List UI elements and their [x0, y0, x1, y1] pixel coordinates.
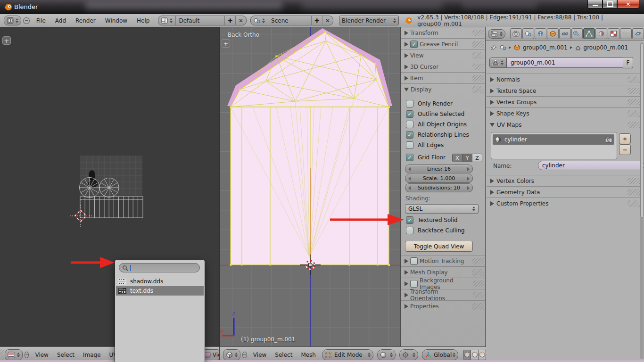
relationship-lines-checkbox[interactable]: ✓	[406, 131, 413, 139]
collapse-menus-icon[interactable]	[23, 17, 30, 24]
menu-select[interactable]: Select	[53, 352, 79, 358]
layout-browse-button[interactable]	[158, 16, 176, 25]
panel-drag-grip[interactable]	[472, 52, 484, 59]
pivot-point-dropdown[interactable]	[399, 349, 418, 361]
panel-drag-grip[interactable]	[472, 86, 484, 93]
tab-render[interactable]	[510, 28, 522, 39]
tab-texture[interactable]	[608, 28, 619, 39]
menu-image[interactable]: Image	[79, 352, 105, 358]
panel-drag-grip[interactable]	[472, 303, 484, 310]
add-uv-map-button[interactable]: ＋	[619, 133, 631, 144]
editor-type-selector[interactable]	[4, 16, 21, 25]
tab-object-data[interactable]	[583, 28, 595, 39]
collapse-menus-icon[interactable]	[242, 352, 247, 358]
grid-lines-slider[interactable]: Lines: 16	[405, 165, 473, 173]
render-camera-icon[interactable]	[605, 137, 612, 143]
remove-uv-map-button[interactable]: −	[619, 144, 631, 155]
outline-selected-checkbox[interactable]: ✓	[406, 110, 413, 118]
scene-browse-button[interactable]	[251, 16, 268, 25]
edge-select-toggle[interactable]	[471, 350, 479, 360]
editor-type-selector[interactable]	[223, 349, 240, 361]
menu-view[interactable]: View	[249, 352, 271, 358]
tab-scene[interactable]	[522, 28, 534, 39]
increment-arrow-icon[interactable]	[467, 167, 470, 171]
toggle-quad-view-button[interactable]: Toggle Quad View	[405, 241, 473, 252]
panel-drag-grip[interactable]	[472, 30, 484, 36]
panel-drag-grip[interactable]	[472, 64, 484, 70]
outline-selected-row[interactable]: ✓Outline Selected	[406, 110, 464, 118]
layout-delete-button[interactable]: ✕	[236, 16, 246, 25]
editor-type-selector[interactable]	[488, 29, 505, 39]
panel-motion-tracking[interactable]: Motion Tracking	[401, 255, 486, 267]
region-resize-grip[interactable]	[0, 349, 4, 361]
breadcrumb-object-name[interactable]: group00_m.001	[523, 44, 568, 51]
scene-icon[interactable]	[500, 44, 506, 50]
editor-type-selector[interactable]	[5, 349, 23, 361]
panel-3d-cursor[interactable]: 3D Cursor	[401, 61, 486, 73]
panel-drag-grip[interactable]	[472, 75, 484, 82]
expand-panel-plus-icon[interactable]: +	[222, 39, 230, 48]
layout-add-button[interactable]: ✚	[225, 16, 236, 25]
tab-constraints[interactable]	[559, 28, 571, 39]
panel-drag-grip[interactable]	[627, 110, 642, 117]
breadcrumb-data-name[interactable]: group00_m.001	[584, 44, 628, 51]
scene-name-field[interactable]: Scene	[268, 16, 312, 25]
panel-vertex-groups[interactable]: Vertex Groups	[487, 96, 644, 108]
pin-icon[interactable]	[490, 44, 497, 51]
minimize-button[interactable]	[587, 0, 603, 8]
textured-solid-checkbox[interactable]: ✓	[406, 216, 413, 224]
grid-scale-slider[interactable]: Scale: 1.000	[405, 174, 473, 183]
menu-window[interactable]: Window	[100, 17, 132, 24]
face-select-toggle[interactable]	[479, 350, 486, 360]
grid-floor-checkbox[interactable]: ✓	[406, 154, 413, 161]
all-edges-row[interactable]: All Edges	[406, 141, 444, 149]
tab-physics[interactable]	[632, 28, 644, 39]
popup-item-shadow[interactable]: shadow.dds	[116, 277, 204, 286]
panel-view[interactable]: View	[401, 49, 486, 61]
tab-particles[interactable]	[620, 28, 632, 39]
increment-arrow-icon[interactable]	[467, 186, 470, 190]
uv-name-field[interactable]: cylinder	[538, 161, 644, 170]
background-images-checkbox[interactable]	[410, 280, 418, 288]
transform-orientation-dropdown[interactable]: Global	[422, 349, 459, 361]
search-input[interactable]	[119, 263, 200, 272]
scene-delete-button[interactable]: ✕	[322, 16, 333, 25]
panel-drag-grip[interactable]	[627, 76, 642, 83]
panel-drag-grip[interactable]	[627, 200, 642, 207]
panel-drag-grip[interactable]	[473, 292, 484, 298]
popup-item-text[interactable]: text.dds	[116, 286, 204, 296]
relationship-lines-row[interactable]: ✓Relationship Lines	[406, 131, 469, 139]
panel-geometry-data[interactable]: Geometry Data	[487, 186, 644, 198]
mode-dropdown[interactable]: Edit Mode	[322, 349, 373, 361]
panel-drag-grip[interactable]	[627, 122, 642, 128]
menu-add[interactable]: Add	[50, 17, 71, 24]
panel-drag-grip[interactable]	[472, 269, 484, 276]
panel-drag-grip[interactable]	[627, 178, 642, 184]
panel-drag-grip[interactable]	[472, 258, 484, 264]
render-engine-dropdown[interactable]: Blender Render	[339, 16, 399, 25]
panel-drag-grip[interactable]	[473, 280, 484, 287]
decrement-arrow-icon[interactable]	[408, 186, 411, 190]
viewport-3d[interactable]: z x Back Ortho + (1) group00_m.001	[219, 27, 401, 346]
panel-drag-grip[interactable]	[627, 88, 642, 94]
uv-map-list-item[interactable]: cylinder	[493, 134, 614, 145]
menu-file[interactable]: File	[32, 17, 50, 24]
shading-mode-dropdown[interactable]: GLSL	[405, 204, 479, 214]
tab-modifiers[interactable]	[571, 28, 583, 39]
panel-drag-grip[interactable]	[627, 189, 642, 196]
increment-arrow-icon[interactable]	[467, 177, 470, 181]
panel-shape-keys[interactable]: Shape Keys	[487, 107, 644, 119]
axis-z-toggle[interactable]: Z	[472, 154, 482, 162]
grid-floor-row[interactable]: ✓Grid Floor	[406, 154, 446, 161]
grease-pencil-checkbox[interactable]: ✓	[410, 41, 418, 48]
vertex-select-toggle[interactable]	[463, 350, 471, 360]
textured-solid-row[interactable]: ✓Textured Solid	[406, 216, 458, 224]
panel-uv-maps[interactable]: UV Maps	[487, 119, 644, 131]
uv-image-editor[interactable]: +	[0, 27, 219, 346]
maximize-button[interactable]	[603, 0, 617, 8]
panel-normals[interactable]: Normals	[487, 74, 644, 85]
tab-material[interactable]	[595, 28, 607, 39]
scrollbar[interactable]	[640, 42, 644, 359]
mesh-browse-button[interactable]	[489, 58, 506, 68]
panel-grease-pencil[interactable]: ✓Grease Pencil	[401, 38, 486, 50]
